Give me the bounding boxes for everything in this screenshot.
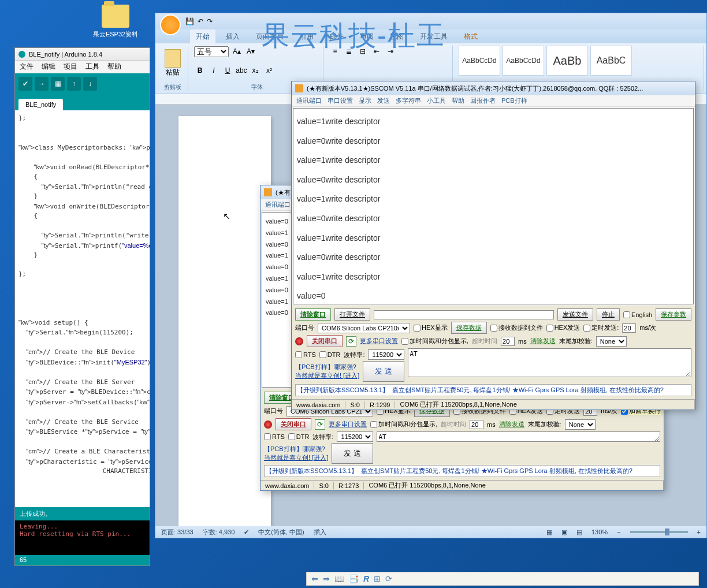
numbering-icon[interactable]: ≣	[343, 46, 355, 57]
send-button[interactable]: 发 送	[363, 361, 404, 382]
zoom-in-icon[interactable]: +	[697, 529, 701, 535]
view-web-icon[interactable]: ▤	[576, 529, 582, 536]
subscript-button[interactable]: x₂	[250, 65, 261, 76]
tab-developer[interactable]: 开发工具	[414, 29, 453, 44]
english-check[interactable]: English	[623, 311, 652, 318]
menu-edit[interactable]: 编辑	[42, 62, 55, 72]
timeout-input[interactable]	[501, 337, 515, 346]
nav-next-icon[interactable]: ⇒	[323, 574, 330, 583]
send-button[interactable]: 发 送	[332, 443, 373, 464]
more-serial-link[interactable]: 更多串口设置	[329, 420, 367, 429]
checksum-select[interactable]: None	[596, 336, 627, 347]
clear-send-link[interactable]: 清除发送	[530, 337, 556, 345]
shrink-font-icon[interactable]: A▾	[245, 46, 256, 57]
tx-input[interactable]: AT	[408, 348, 691, 377]
verify-button[interactable]: ✔	[18, 77, 32, 91]
hex-send-check[interactable]: HEX发送	[546, 323, 581, 332]
timed-send-check[interactable]: 定时发送:	[583, 323, 619, 332]
stop-button[interactable]: 停止	[597, 308, 620, 321]
nav-book-icon[interactable]: 📖	[334, 574, 344, 583]
save-params-button[interactable]: 保存参数	[656, 308, 691, 321]
menu-serial-settings[interactable]: 串口设置	[328, 96, 353, 105]
dtr-check[interactable]: DTR	[288, 433, 310, 440]
multilevel-icon[interactable]: ⊟	[357, 46, 369, 57]
tab-references[interactable]: 引用	[294, 29, 319, 44]
redo-icon[interactable]: ↷	[207, 17, 213, 25]
reload-button[interactable]: ⟳	[315, 419, 325, 430]
strike-button[interactable]: abc	[236, 65, 247, 76]
tab-review[interactable]: 审阅	[354, 29, 379, 44]
upload-button[interactable]: →	[35, 77, 49, 91]
style-heading2[interactable]: AaBbC	[590, 46, 632, 76]
menu-pcb[interactable]: PCB打样	[501, 96, 527, 105]
font-size-select[interactable]: 五号	[194, 46, 229, 57]
undo-icon[interactable]: ↶	[198, 17, 203, 25]
insert-mode[interactable]: 插入	[314, 528, 326, 537]
close-port-button[interactable]: 关闭串口	[276, 418, 311, 430]
checksum-select[interactable]: None	[565, 419, 596, 430]
language-indicator[interactable]: 中文(简体, 中国)	[258, 528, 304, 537]
view-fullscreen-icon[interactable]: ▣	[561, 529, 567, 536]
indent-dec-icon[interactable]: ⇤	[371, 46, 382, 57]
paste-button[interactable]: 粘贴	[161, 46, 184, 80]
menu-send[interactable]: 发送	[377, 96, 390, 105]
menu-display[interactable]: 显示	[359, 96, 371, 105]
tx-input[interactable]: AT	[377, 431, 660, 442]
reload-button[interactable]: ⟳	[346, 336, 356, 347]
upgrade-link[interactable]: 【升级到新版本SSCOM5.13.1】	[297, 386, 389, 395]
nav-index-icon[interactable]: 📑	[349, 574, 359, 583]
style-normal[interactable]: AaBbCcDd	[459, 46, 500, 76]
nav-expand-icon[interactable]: ⊞	[374, 574, 381, 583]
superscript-button[interactable]: x²	[263, 65, 275, 76]
tab-insert[interactable]: 插入	[220, 29, 245, 44]
menu-sketch[interactable]: 项目	[64, 62, 77, 72]
timestamp-check[interactable]: 加时间戳和分包显示,	[401, 337, 468, 345]
save-data-button[interactable]: 保存数据	[451, 322, 487, 334]
menu-feedback[interactable]: 回报作者	[470, 96, 496, 105]
menu-tools[interactable]: 工具	[85, 62, 99, 72]
open-button[interactable]: ↑	[67, 77, 81, 91]
rx-to-file-check[interactable]: 接收数据到文件	[490, 323, 543, 332]
footer-site[interactable]: www.daxia.com	[261, 482, 314, 489]
rts-check[interactable]: RTS	[295, 351, 316, 358]
more-serial-link[interactable]: 更多串口设置	[360, 337, 398, 345]
rts-check[interactable]: RTS	[264, 433, 285, 440]
tab-mailings[interactable]: 邮件	[324, 29, 349, 44]
zoom-slider[interactable]	[630, 531, 688, 533]
grow-font-icon[interactable]: A▴	[231, 46, 243, 57]
menu-help[interactable]: 帮助	[452, 96, 464, 105]
receive-area-front[interactable]: value=1write descriptorvalue=0write desc…	[293, 108, 694, 304]
italic-button[interactable]: I	[208, 65, 219, 76]
sscom-front-titlebar[interactable]: (★有新版本V5.13.1★)SSCOM V5.11a 串口/网络数据调试器,作…	[292, 81, 695, 95]
baud-select[interactable]: 115200	[337, 431, 373, 442]
send-file-button[interactable]: 发送文件	[557, 308, 593, 321]
save-button[interactable]: ↓	[83, 77, 97, 91]
word-titlebar[interactable]: 💾 ↶ ↷	[155, 13, 706, 29]
hex-show-check[interactable]: HEX显示	[414, 323, 448, 332]
bullets-icon[interactable]: ≡	[329, 46, 341, 57]
close-port-button[interactable]: 关闭串口	[307, 335, 343, 347]
nav-r-icon[interactable]: R	[363, 574, 369, 583]
bold-button[interactable]: B	[194, 65, 206, 76]
zoom-out-icon[interactable]: −	[617, 529, 620, 535]
save-icon[interactable]: 💾	[185, 17, 194, 25]
proofing-icon[interactable]: ✔	[244, 529, 249, 536]
baud-select[interactable]: 115200	[368, 349, 404, 360]
dtr-check[interactable]: DTR	[319, 351, 341, 358]
tab-format[interactable]: 格式	[458, 29, 483, 44]
word-count[interactable]: 字数: 4,930	[203, 528, 235, 537]
menu-multi-string[interactable]: 多字符串	[396, 96, 421, 105]
office-button[interactable]	[160, 14, 181, 35]
clear-send-link[interactable]: 清除发送	[499, 420, 524, 429]
underline-button[interactable]: U	[222, 65, 233, 76]
tab-view[interactable]: 视图	[384, 29, 410, 44]
code-editor[interactable]: }; "kw">class MyDescriptorbacks: "kw">pu…	[15, 110, 150, 507]
port-select[interactable]: COM6 Silicon Labs CP210x U	[318, 323, 410, 333]
style-nospacing[interactable]: AaBbCcDd	[503, 46, 544, 76]
tab-home[interactable]: 开始	[190, 29, 215, 44]
zoom-level[interactable]: 130%	[591, 529, 608, 535]
desktop-folder[interactable]: 果云ESP32资料	[92, 5, 139, 39]
upgrade-link[interactable]: 【升级到新版本SSCOM5.13.1】	[266, 467, 358, 475]
interval-input[interactable]	[622, 323, 636, 333]
view-print-icon[interactable]: ▦	[546, 529, 552, 536]
